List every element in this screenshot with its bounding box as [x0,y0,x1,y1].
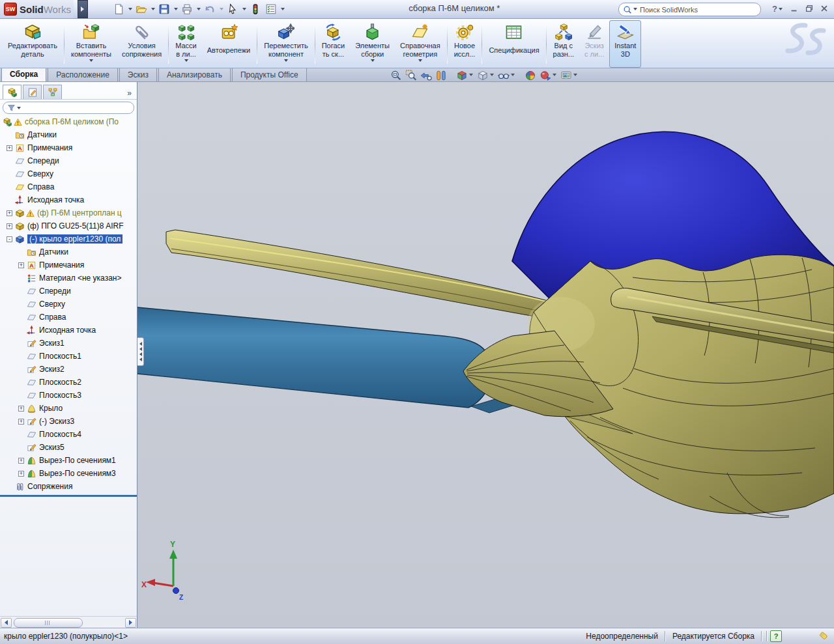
tree-item-wing-sensors[interactable]: Датчики [0,245,137,259]
tree-item-pgo[interactable]: +(ф) ПГО GU25-5(11)8 AIRF [0,219,137,232]
zoom-to-area-button[interactable] [405,70,418,81]
previous-view-button[interactable] [420,70,433,81]
view-settings-button[interactable] [560,70,579,81]
options-button[interactable] [264,3,278,16]
tree-item-top-plane[interactable]: Сверху [0,167,137,180]
tree-item-mates[interactable]: Сопряжения [0,480,137,493]
insert-components-button[interactable]: Вставитькомпоненты [66,20,117,68]
tree-item-plane2[interactable]: Плоскость2 [0,376,137,389]
tree-item-annotations[interactable]: +Примечания [0,141,137,154]
tree-item-right-plane[interactable]: Справа [0,180,137,193]
section-view-button[interactable] [435,70,448,81]
chevron-down-icon[interactable] [371,59,375,64]
tree-item-plane3[interactable]: Плоскость3 [0,389,137,402]
expand-toggle[interactable]: + [7,145,12,151]
tree-item-wing-annotations[interactable]: +Примечания [0,259,137,272]
tree-item-wing-top-plane[interactable]: Сверху [0,298,137,311]
scroll-right-button[interactable] [125,618,136,628]
panel-overflow-chevron[interactable]: » [127,89,134,99]
chevron-down-icon[interactable] [89,59,93,64]
exploded-view-button[interactable]: Вид сразн... [548,20,579,68]
rebuild-button[interactable] [248,3,263,16]
save-button[interactable] [157,3,171,16]
expand-toggle[interactable]: + [7,210,12,216]
configuration-manager-tab[interactable] [43,85,62,99]
rollback-bar[interactable] [0,495,137,497]
chevron-down-icon[interactable] [511,74,515,78]
tree-item-wing[interactable]: -(-) крыло eppler1230 (пол [0,232,137,245]
chevron-down-icon[interactable] [281,8,285,12]
help-menu[interactable]: ? [772,4,783,14]
chevron-down-icon[interactable] [490,74,494,78]
new-document-button[interactable] [111,3,126,16]
expand-toggle[interactable]: - [7,236,12,242]
tab-sketch[interactable]: Эскиз [119,68,157,81]
panel-splitter-handle[interactable] [137,337,144,366]
tab-evaluate[interactable]: Анализировать [158,68,231,81]
expand-toggle[interactable]: + [18,262,24,268]
tree-item-plane1[interactable]: Плоскость1 [0,350,137,363]
instant-3d-button[interactable]: Instant3D [609,20,641,68]
tree-item-sketch5[interactable]: Эскиз5 [0,441,137,454]
close-button[interactable] [820,4,829,13]
tag-icon[interactable] [818,630,829,643]
restore-button[interactable] [805,4,814,13]
expand-toggle[interactable]: + [18,458,24,464]
apply-scene-button[interactable] [524,70,537,81]
select-button[interactable] [225,3,240,16]
tree-item-wing-loft[interactable]: +Крыло [0,402,137,415]
tree-item-origin[interactable]: Исходная точка [0,193,137,206]
expand-toggle[interactable]: + [7,223,12,229]
smart-fasteners-button[interactable]: Автокрепежи [202,20,255,68]
tree-item-material[interactable]: Материал <не указан> [0,272,137,285]
suppress-button[interactable]: Погасить ск... [317,20,351,68]
move-component-button[interactable]: Переместитькомпонент [259,20,313,68]
tree-item-centroplan[interactable]: +(ф) П-6М центроплан ц [0,206,137,219]
expand-toggle[interactable]: + [18,419,24,425]
chevron-down-icon[interactable] [469,74,473,78]
tree-item-sketch2[interactable]: Эскиз2 [0,363,137,376]
panel-horizontal-scrollbar[interactable] [0,616,137,628]
tree-item-front-plane[interactable]: Спереди [0,154,137,167]
chevron-down-icon[interactable] [553,74,556,78]
print-button[interactable] [180,3,194,16]
graphics-viewport[interactable]: X Y Z [137,82,834,628]
view-orientation-button[interactable] [455,70,474,81]
scroll-left-button[interactable] [1,618,12,628]
bill-of-materials-button[interactable]: Спецификация [483,20,544,68]
open-button[interactable] [134,3,149,16]
chevron-down-icon[interactable] [633,8,637,12]
scrollbar-thumb[interactable] [14,618,83,628]
chevron-down-icon[interactable] [284,59,288,64]
undo-button[interactable] [203,3,217,16]
tab-layout[interactable]: Расположение [48,68,118,81]
menu-expand-button[interactable] [78,0,88,18]
3d-model-aircraft[interactable]: X Y Z [137,82,834,628]
chevron-down-icon[interactable] [418,59,422,64]
tree-item-loft-cut1[interactable]: +Вырез-По сечениям1 [0,454,137,467]
tree-item-wing-right-plane[interactable]: Справа [0,311,137,324]
new-motion-study-button[interactable]: Новоеиссл... [449,20,481,68]
chevron-down-icon[interactable] [573,74,577,78]
tree-item-assembly-root[interactable]: сборка П-6М целиком (По [0,115,137,128]
tab-office-products[interactable]: Продукты Office [232,68,307,81]
tree-item-plane4[interactable]: Плоскость4 [0,428,137,441]
hide-show-items-button[interactable] [497,70,516,81]
tree-item-loft-cut3[interactable]: +Вырез-По сечениям3 [0,467,137,480]
chevron-down-icon[interactable] [197,8,201,12]
linear-pattern-button[interactable]: Массив ли... [170,20,202,68]
tree-filter-input[interactable] [3,102,134,114]
chevron-down-icon[interactable] [17,107,21,111]
feature-manager-tab[interactable] [3,85,22,99]
tree-item-sensors[interactable]: Датчики [0,128,137,141]
chevron-down-icon[interactable] [174,8,178,12]
edit-appearance-button[interactable] [539,70,558,81]
tree-item-sketch3[interactable]: +(-) Эскиз3 [0,415,137,428]
chevron-down-icon[interactable] [220,8,223,12]
chevron-down-icon[interactable] [128,8,132,12]
tree-item-sketch1[interactable]: Эскиз1 [0,337,137,350]
quick-tips-button[interactable]: ? [770,630,782,642]
chevron-down-icon[interactable] [184,59,188,64]
search-input[interactable]: Поиск SolidWorks [618,3,761,16]
minimize-button[interactable] [790,4,799,13]
